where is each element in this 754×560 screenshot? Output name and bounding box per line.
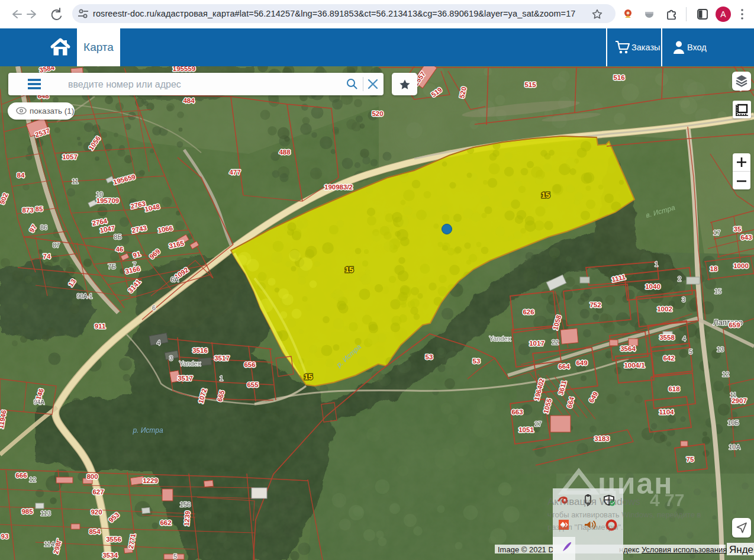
svg-text:626: 626 <box>523 308 534 316</box>
svg-text:1104: 1104 <box>659 408 675 416</box>
svg-text:12: 12 <box>29 476 36 483</box>
svg-text:659: 659 <box>729 321 740 329</box>
svg-text:664: 664 <box>558 363 570 370</box>
svg-text:12: 12 <box>722 371 729 378</box>
svg-text:800: 800 <box>86 473 98 480</box>
svg-text:920: 920 <box>91 508 102 516</box>
svg-text:3534: 3534 <box>102 552 118 559</box>
svg-text:4: 4 <box>157 339 160 346</box>
svg-text:655: 655 <box>247 381 259 388</box>
svg-text:87: 87 <box>53 242 60 249</box>
svg-text:84: 84 <box>17 172 25 179</box>
svg-text:11: 11 <box>730 391 736 398</box>
svg-text:15: 15 <box>714 288 721 295</box>
svg-text:86: 86 <box>40 224 47 231</box>
svg-text:985: 985 <box>21 508 33 515</box>
svg-text:1239: 1239 <box>183 510 191 526</box>
svg-text:74: 74 <box>43 253 51 260</box>
svg-text:643: 643 <box>740 234 752 241</box>
svg-text:3556: 3556 <box>106 536 121 543</box>
svg-text:90А-1: 90А-1 <box>77 293 93 300</box>
svg-text:114: 114 <box>44 540 54 548</box>
svg-text:Yandex: Yandex <box>179 360 201 367</box>
svg-text:854: 854 <box>89 528 101 535</box>
svg-text:Yandex: Yandex <box>489 335 511 342</box>
svg-text:1051: 1051 <box>518 426 534 433</box>
svg-text:1229: 1229 <box>143 477 158 484</box>
svg-text:3517: 3517 <box>178 375 193 382</box>
svg-text:93: 93 <box>1 533 9 540</box>
svg-text:3564: 3564 <box>620 345 636 352</box>
svg-text:10Б: 10Б <box>727 419 739 426</box>
svg-text:663: 663 <box>511 408 523 416</box>
svg-text:17: 17 <box>713 229 720 236</box>
svg-text:6А: 6А <box>170 276 179 283</box>
svg-text:3: 3 <box>169 355 173 362</box>
svg-text:7Б: 7Б <box>108 263 115 270</box>
svg-text:627: 627 <box>92 488 104 495</box>
svg-text:662: 662 <box>160 519 171 526</box>
svg-text:1: 1 <box>655 260 658 268</box>
svg-text:520: 520 <box>372 110 383 117</box>
svg-text:35: 35 <box>734 226 742 233</box>
svg-text:156: 156 <box>180 501 191 508</box>
svg-text:3183: 3183 <box>594 435 610 442</box>
svg-text:195559: 195559 <box>173 66 195 72</box>
svg-text:27: 27 <box>534 420 542 427</box>
svg-text:13: 13 <box>717 346 724 353</box>
svg-text:15: 15 <box>345 265 353 274</box>
svg-text:190983/2: 190983/2 <box>324 184 353 191</box>
svg-text:11: 11 <box>72 178 78 185</box>
svg-text:85: 85 <box>36 205 43 213</box>
svg-text:15: 15 <box>542 191 550 199</box>
svg-text:1: 1 <box>220 375 223 382</box>
svg-text:1002: 1002 <box>657 305 672 313</box>
svg-text:р. Истра: р. Истра <box>132 426 163 435</box>
svg-text:4 77: 4 77 <box>650 490 684 510</box>
svg-text:3516: 3516 <box>192 347 208 354</box>
svg-text:1017: 1017 <box>529 340 544 347</box>
svg-text:488: 488 <box>279 149 291 156</box>
svg-text:113: 113 <box>40 510 51 517</box>
svg-text:477: 477 <box>229 169 240 176</box>
svg-text:75: 75 <box>687 456 694 463</box>
svg-text:5: 5 <box>689 348 692 355</box>
svg-text:1004/1: 1004/1 <box>624 362 645 369</box>
svg-text:873: 873 <box>22 207 33 214</box>
svg-text:53: 53 <box>473 358 481 365</box>
svg-text:46: 46 <box>116 246 124 253</box>
svg-text:618: 618 <box>668 385 680 392</box>
svg-text:10А: 10А <box>729 443 740 450</box>
svg-text:666: 666 <box>15 472 27 479</box>
svg-text:515: 515 <box>524 81 536 88</box>
svg-text:195709: 195709 <box>96 197 119 204</box>
svg-text:2: 2 <box>678 275 681 282</box>
svg-text:18: 18 <box>710 265 718 272</box>
svg-text:3517: 3517 <box>214 355 230 362</box>
svg-text:3558: 3558 <box>659 334 675 341</box>
svg-text:649: 649 <box>576 359 587 366</box>
svg-text:516: 516 <box>613 74 624 81</box>
svg-text:911: 911 <box>95 323 106 330</box>
svg-text:752: 752 <box>589 301 601 308</box>
svg-text:6: 6 <box>152 304 156 311</box>
svg-text:3: 3 <box>682 296 685 303</box>
svg-text:1000: 1000 <box>733 262 749 269</box>
svg-text:484: 484 <box>183 97 195 104</box>
svg-text:5: 5 <box>173 553 177 560</box>
svg-text:94А: 94А <box>34 399 44 405</box>
svg-text:1040: 1040 <box>645 283 660 290</box>
svg-text:53: 53 <box>426 353 433 361</box>
svg-text:1057: 1057 <box>62 153 78 160</box>
svg-text:642: 642 <box>663 355 674 362</box>
svg-text:656: 656 <box>244 361 255 368</box>
svg-text:22: 22 <box>552 339 559 346</box>
svg-text:4: 4 <box>682 335 686 342</box>
svg-text:15: 15 <box>304 372 312 381</box>
svg-text:8Б: 8Б <box>114 233 121 240</box>
